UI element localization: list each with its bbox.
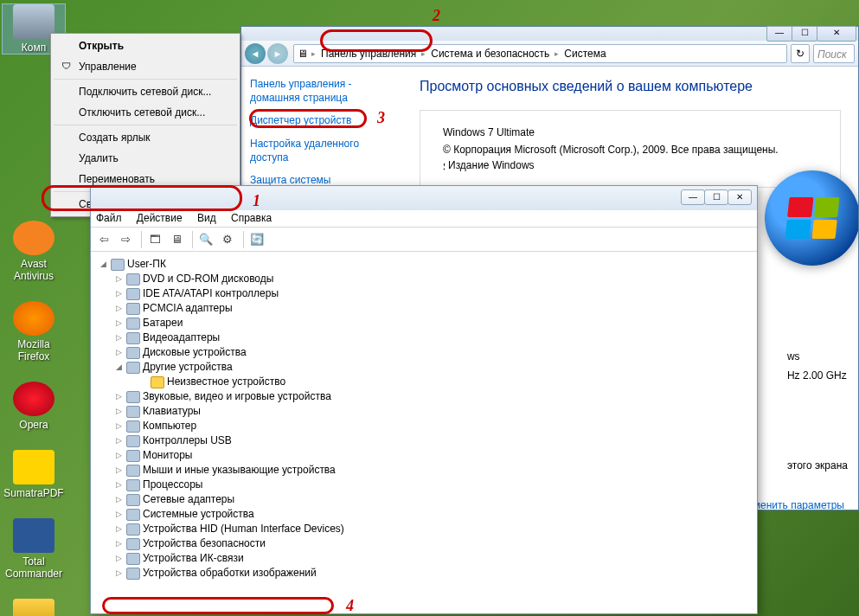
- windows-edition-group: Издание Windows Windows 7 Ultimate © Кор…: [420, 110, 841, 188]
- ctx-open[interactable]: Открыть: [53, 35, 238, 56]
- tree-category[interactable]: ▷Звуковые, видео и игровые устройства: [98, 389, 750, 404]
- crumb-system[interactable]: Система: [562, 48, 607, 60]
- device-icon: [126, 494, 140, 506]
- tree-category[interactable]: ▷Процессоры: [98, 478, 750, 492]
- device-label: PCMCIA адаптеры: [143, 301, 233, 316]
- device-label: Контроллеры USB: [143, 433, 232, 448]
- tree-category[interactable]: ▷Дисковые устройства: [98, 345, 750, 360]
- desktop-winutil-icon[interactable]: WinUtilities: [2, 599, 66, 616]
- device-label: DVD и CD-ROM дисководы: [143, 272, 273, 286]
- ctx-map-drive[interactable]: Подключить сетевой диск...: [53, 81, 238, 102]
- menu-view[interactable]: Вид: [197, 212, 216, 224]
- device-label: Неизвестное устройство: [167, 375, 285, 389]
- tb-properties-icon[interactable]: 🗔: [145, 230, 164, 249]
- search-input[interactable]: Поиск: [813, 44, 855, 63]
- tree-category[interactable]: ▷Устройства безопасности: [98, 536, 750, 551]
- page-title: Просмотр основных сведений о вашем компь…: [420, 79, 841, 94]
- sidebar-home[interactable]: Панель управления - домашняя страница: [250, 77, 394, 105]
- address-bar[interactable]: 🖥 ▸ Панель управления ▸ Система и безопа…: [293, 44, 787, 63]
- system-info-fragments: ws Hz 2.00 GHz этого экрана: [787, 350, 848, 478]
- dm-titlebar: — ☐ ✕: [91, 186, 757, 210]
- tree-category[interactable]: ▷Клавиатуры: [98, 404, 750, 419]
- desktop-avast-icon[interactable]: Avast Antivirus: [2, 221, 66, 282]
- annotation-number-4: 4: [346, 597, 354, 615]
- device-icon: [126, 362, 140, 374]
- ctx-create-shortcut[interactable]: Создать ярлык: [53, 127, 238, 148]
- minimize-button[interactable]: —: [681, 189, 705, 205]
- computer-icon: 🖥: [298, 48, 308, 60]
- device-icon: [126, 318, 140, 330]
- dm-menubar: Файл Действие Вид Справка: [91, 210, 757, 228]
- device-icon: [126, 568, 140, 580]
- tree-category[interactable]: ▷Устройства обработки изображений: [98, 566, 750, 581]
- tree-category[interactable]: ▷Компьютер: [98, 419, 750, 433]
- device-label: Видеоадаптеры: [143, 330, 220, 345]
- ctx-unmap-drive[interactable]: Отключить сетевой диск...: [53, 102, 238, 123]
- tb-forward-icon[interactable]: ⇨: [116, 230, 135, 249]
- device-label: Системные устройства: [143, 507, 254, 522]
- dm-toolbar: ⇦ ⇨ 🗔 🖥 🔍 ⚙ 🔄: [91, 228, 757, 252]
- tree-category[interactable]: ▷Мыши и иные указывающие устройства: [98, 463, 750, 478]
- crumb-system-security[interactable]: Система и безопасность: [429, 48, 551, 60]
- tree-root[interactable]: ◢User-ПК: [98, 257, 750, 272]
- menu-help[interactable]: Справка: [231, 212, 272, 224]
- maximize-button[interactable]: ☐: [704, 189, 728, 205]
- device-icon: [126, 303, 140, 315]
- toolbar-sep: [243, 231, 244, 248]
- menu-file[interactable]: Файл: [96, 212, 122, 224]
- toolbar-sep: [192, 231, 193, 248]
- tree-category[interactable]: ▷Мониторы: [98, 448, 750, 463]
- back-button[interactable]: ◄: [245, 43, 266, 64]
- tree-category[interactable]: ▷Системные устройства: [98, 507, 750, 522]
- device-icon: [151, 376, 164, 388]
- ctx-sep: [54, 125, 237, 125]
- device-label: Сетевые адаптеры: [143, 492, 234, 507]
- device-tree[interactable]: ◢User-ПК▷DVD и CD-ROM дисководы▷IDE ATA/…: [91, 252, 757, 612]
- device-label: Мониторы: [143, 448, 192, 463]
- device-icon: [126, 347, 140, 359]
- tree-category[interactable]: ▷PCMCIA адаптеры: [98, 301, 750, 316]
- edition-legend: Издание Windows: [445, 159, 538, 171]
- ctx-delete[interactable]: Удалить: [53, 148, 238, 169]
- maximize-button[interactable]: ☐: [792, 26, 817, 42]
- minimize-button[interactable]: —: [766, 26, 792, 42]
- close-button[interactable]: ✕: [817, 26, 856, 42]
- desktop-opera-icon[interactable]: Opera: [2, 382, 66, 431]
- desktop-sumatra-icon[interactable]: SumatraPDF: [2, 450, 66, 499]
- device-icon: [126, 273, 140, 286]
- tree-category[interactable]: ▷Контроллеры USB: [98, 433, 750, 448]
- menu-action[interactable]: Действие: [137, 212, 183, 224]
- desktop-firefox-icon[interactable]: Mozilla Firefox: [2, 301, 66, 363]
- forward-button[interactable]: ►: [267, 43, 288, 64]
- tree-category[interactable]: ▷Батареи: [98, 316, 750, 330]
- tree-category[interactable]: ▷IDE ATA/ATAPI контроллеры: [98, 286, 750, 301]
- device-label: Процессоры: [143, 478, 203, 492]
- device-icon: [111, 259, 125, 271]
- sidebar-remote-settings[interactable]: Настройка удаленного доступа: [250, 137, 394, 164]
- tree-category[interactable]: ◢Другие устройства: [98, 360, 750, 375]
- tree-category[interactable]: ▷Устройства HID (Human Interface Devices…: [98, 522, 750, 536]
- close-button[interactable]: ✕: [728, 189, 752, 205]
- device-label: Звуковые, видео и игровые устройства: [143, 389, 331, 404]
- crumb-control-panel[interactable]: Панель управления: [319, 48, 418, 60]
- annotation-number-2: 2: [433, 7, 440, 25]
- device-label: User-ПК: [127, 257, 166, 272]
- refresh-button[interactable]: ↻: [791, 44, 810, 63]
- tb-back-icon[interactable]: ⇦: [94, 230, 113, 249]
- tree-category[interactable]: ▷DVD и CD-ROM дисководы: [98, 272, 750, 286]
- tb-scan-icon[interactable]: 🔍: [196, 230, 215, 249]
- sidebar-device-manager[interactable]: Диспетчер устройств: [250, 113, 394, 127]
- tb-update-icon[interactable]: ⚙: [218, 230, 237, 249]
- desktop-totalcmd-icon[interactable]: Total Commander: [2, 518, 66, 580]
- tree-category[interactable]: ▷Сетевые адаптеры: [98, 492, 750, 507]
- tree-category[interactable]: ▷Видеоадаптеры: [98, 330, 750, 345]
- chevron-right-icon: ▸: [308, 49, 319, 58]
- tree-device[interactable]: Неизвестное устройство: [98, 375, 750, 389]
- tree-category[interactable]: ▷Устройства ИК-связи: [98, 551, 750, 566]
- device-label: Клавиатуры: [143, 404, 201, 419]
- tb-computer-icon[interactable]: 🖥: [167, 230, 186, 249]
- window-chrome: — ☐ ✕: [241, 27, 858, 41]
- tb-refresh-icon[interactable]: 🔄: [247, 230, 266, 249]
- ctx-manage[interactable]: Управление: [53, 56, 238, 77]
- device-label: Устройства HID (Human Interface Devices): [143, 522, 344, 536]
